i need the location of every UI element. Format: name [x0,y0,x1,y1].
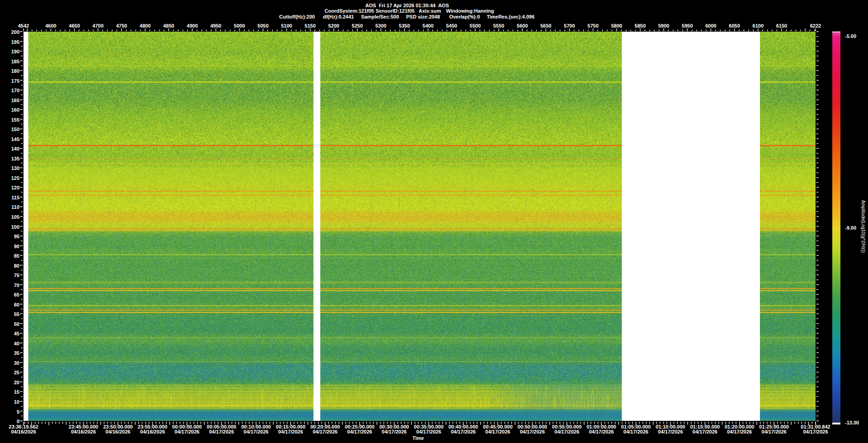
svg-text:04/17/2026: 04/17/2026 [416,429,441,434]
svg-text:01:20:00.000: 01:20:00.000 [725,424,754,429]
svg-text:00:25:00.000: 00:25:00.000 [345,424,374,429]
svg-text:5900: 5900 [658,23,669,28]
svg-text:130: 130 [11,165,19,171]
svg-text:115: 115 [11,195,19,200]
svg-text:5150: 5150 [305,23,316,28]
svg-text:5: 5 [17,409,19,415]
svg-text:00:15:00.000: 00:15:00.000 [276,424,305,429]
svg-text:5300: 5300 [375,23,386,28]
svg-text:5550: 5550 [493,23,504,28]
svg-text:140: 140 [11,146,19,151]
svg-text:45: 45 [14,331,19,336]
svg-text:00:05:00.000: 00:05:00.000 [207,424,236,429]
svg-text:6000: 6000 [705,23,716,28]
svg-text:60: 60 [14,302,19,307]
svg-text:04/17/2026: 04/17/2026 [313,429,338,434]
svg-text:125: 125 [11,175,19,181]
svg-text:4750: 4750 [116,23,127,28]
svg-text:90: 90 [14,244,19,249]
svg-text:Time: Time [412,435,424,441]
svg-text:Sample/Sec:500: Sample/Sec:500 [361,14,399,19]
svg-text:-9.00: -9.00 [845,225,856,231]
svg-text:5100: 5100 [281,23,292,28]
svg-text:6222: 6222 [810,23,821,28]
svg-text:Windowing:Hanning: Windowing:Hanning [446,8,494,14]
svg-text:5850: 5850 [635,23,646,28]
svg-text:Axis:sum: Axis:sum [419,8,441,14]
svg-text:04/17/2026: 04/17/2026 [382,429,406,434]
svg-text:04/17/2026: 04/17/2026 [658,429,683,434]
svg-text:Cuttoff(Hz):200: Cuttoff(Hz):200 [279,14,315,19]
svg-text:00:30:00.000: 00:30:00.000 [379,424,409,429]
svg-text:200: 200 [11,29,19,35]
svg-text:00:40:00.000: 00:40:00.000 [448,424,478,429]
svg-text:5000: 5000 [234,23,245,28]
svg-text:04/17/2026: 04/17/2026 [486,429,510,434]
svg-text:6150: 6150 [776,23,787,28]
svg-text:04/16/2026: 04/16/2026 [71,429,96,434]
svg-text:4600: 4600 [45,23,56,28]
svg-text:20: 20 [14,380,19,385]
svg-text:04/17/2026: 04/17/2026 [278,429,303,434]
svg-text:04/17/2026: 04/17/2026 [347,429,372,434]
svg-text:04/17/2026: 04/17/2026 [803,429,828,434]
svg-text:195: 195 [11,39,19,45]
svg-text:CoordSystem:121f05: CoordSystem:121f05 [325,8,374,14]
svg-text:-13.00: -13.00 [845,420,859,425]
svg-text:95: 95 [14,234,19,239]
svg-text:00:10:00.000: 00:10:00.000 [241,424,271,429]
svg-text:5050: 5050 [258,23,269,28]
svg-text:23:45:00.000: 23:45:00.000 [69,424,98,429]
svg-text:85: 85 [14,253,19,259]
svg-text:TimeRes.(sec):4.096: TimeRes.(sec):4.096 [487,14,535,19]
svg-text:180: 180 [11,68,19,74]
svg-text:70: 70 [14,283,19,288]
svg-text:01:00:00.000: 01:00:00.000 [586,424,616,429]
svg-text:120: 120 [11,185,19,190]
svg-text:Amplitude(Log10(g^2/Hz)): Amplitude(Log10(g^2/Hz)) [861,200,866,253]
svg-text:145: 145 [11,137,19,142]
svg-text:30: 30 [14,360,19,366]
svg-text:00:55:00.000: 00:55:00.000 [552,424,581,429]
svg-text:04/17/2026: 04/17/2026 [520,429,545,434]
svg-text:01:31:00.842: 01:31:00.842 [801,424,830,429]
svg-text:04/17/2026: 04/17/2026 [554,429,579,434]
svg-text:Overlap(%):0: Overlap(%):0 [449,14,480,19]
svg-text:170: 170 [11,88,19,93]
svg-text:01:10:00.000: 01:10:00.000 [656,424,685,429]
svg-text:SensorID:121f05: SensorID:121f05 [376,8,415,14]
svg-text:00:35:00.000: 00:35:00.000 [414,424,443,429]
svg-text:4800: 4800 [140,23,151,28]
svg-text:4850: 4850 [163,23,174,28]
svg-text:100: 100 [11,224,19,230]
svg-text:5750: 5750 [588,23,599,28]
svg-text:6050: 6050 [729,23,740,28]
svg-text:185: 185 [11,59,19,64]
svg-text:25: 25 [14,370,19,375]
svg-text:5650: 5650 [540,23,551,28]
svg-text:4950: 4950 [210,23,221,28]
svg-text:04/17/2026: 04/17/2026 [623,429,648,434]
svg-text:04/17/2026: 04/17/2026 [693,429,717,434]
svg-text:23:55:00.000: 23:55:00.000 [138,424,167,429]
svg-text:160: 160 [11,107,19,113]
svg-text:4900: 4900 [187,23,198,28]
svg-text:165: 165 [11,98,19,103]
svg-text:01:05:00.000: 01:05:00.000 [621,424,651,429]
svg-text:04/16/2026: 04/16/2026 [105,429,130,434]
svg-text:35: 35 [14,350,19,356]
svg-text:190: 190 [11,49,19,54]
svg-text:PSD size:2048: PSD size:2048 [406,14,440,19]
svg-text:75: 75 [14,273,19,278]
svg-text:150: 150 [11,127,19,132]
svg-text:105: 105 [11,214,19,220]
svg-text:55: 55 [14,311,19,317]
svg-text:04/17/2026: 04/17/2026 [727,429,752,434]
svg-text:5700: 5700 [564,23,575,28]
svg-text:15: 15 [14,389,19,395]
svg-text:10: 10 [14,399,19,405]
svg-text:5200: 5200 [328,23,339,28]
svg-text:01:25:00.000: 01:25:00.000 [759,424,788,429]
svg-text:23:50:00.000: 23:50:00.000 [103,424,132,429]
svg-text:5400: 5400 [423,23,434,28]
